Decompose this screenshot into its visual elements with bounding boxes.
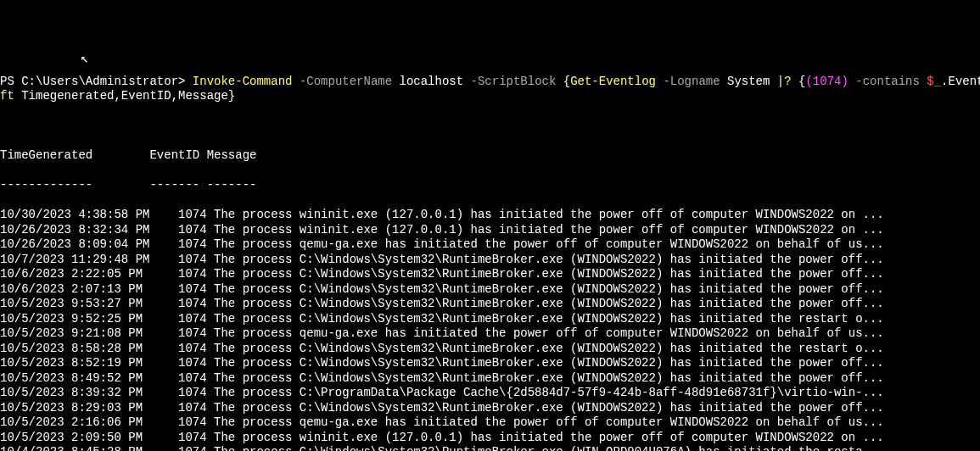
command-line-1: PS C:\Users\Administrator> Invoke-Comman… <box>0 75 980 104</box>
table-row: 10/5/2023 8:39:32 PM 1074 The process C:… <box>0 386 980 401</box>
table-row: 10/5/2023 8:52:19 PM 1074 The process C:… <box>0 356 980 371</box>
table-row: 10/5/2023 2:16:06 PM 1074 The process qe… <box>0 415 980 431</box>
table-row: 10/5/2023 8:58:28 PM 1074 The process C:… <box>0 342 980 357</box>
table-row: 10/30/2023 4:38:58 PM 1074 The process w… <box>0 208 980 223</box>
table-row: 10/5/2023 9:21:08 PM 1074 The process qe… <box>0 326 980 342</box>
table-row: 10/6/2023 2:07:13 PM 1074 The process C:… <box>0 282 980 298</box>
table-row: 10/5/2023 9:52:25 PM 1074 The process C:… <box>0 312 980 327</box>
table-row: 10/7/2023 11:29:48 PM 1074 The process C… <box>0 253 980 268</box>
table-row: 10/4/2023 8:45:28 PM 1074 The process C:… <box>0 445 980 451</box>
table-header: TimeGenerated EventID Message <box>0 148 980 164</box>
table-row: 10/5/2023 8:49:52 PM 1074 The process C:… <box>0 371 980 387</box>
table-row: 10/6/2023 2:22:05 PM 1074 The process C:… <box>0 267 980 282</box>
terminal-output[interactable]: PS C:\Users\Administrator> Invoke-Comman… <box>0 59 980 451</box>
table-row: 10/5/2023 2:09:50 PM 1074 The process wi… <box>0 431 980 446</box>
table-row: 10/26/2023 8:09:04 PM 1074 The process q… <box>0 237 980 253</box>
table-body: 10/30/2023 4:38:58 PM 1074 The process w… <box>0 208 980 451</box>
table-row: 10/5/2023 9:53:27 PM 1074 The process C:… <box>0 297 980 312</box>
table-row: 10/5/2023 8:29:03 PM 1074 The process C:… <box>0 401 980 416</box>
table-row: 10/26/2023 8:32:34 PM 1074 The process w… <box>0 223 980 238</box>
table-header-underline: ------------- ------- ------- <box>0 178 980 193</box>
